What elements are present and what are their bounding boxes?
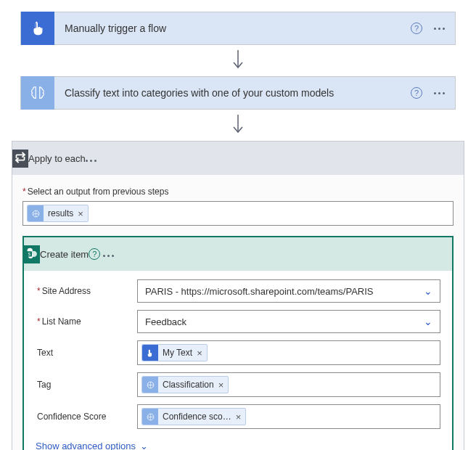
token-label: My Text: [163, 348, 192, 358]
ai-icon: [142, 377, 158, 393]
loop-icon: [12, 150, 28, 168]
tag-label: Tag: [36, 380, 137, 390]
more-menu-icon[interactable]: [434, 92, 445, 94]
confidence-label: Confidence Score: [36, 412, 137, 422]
chevron-down-icon: ⌄: [140, 441, 148, 450]
ai-icon: [142, 409, 158, 425]
ai-icon: [28, 205, 44, 221]
chevron-down-icon: ⌄: [424, 316, 432, 327]
site-address-label: Site Address: [36, 286, 137, 296]
classify-step-card[interactable]: Classify text into categories with one o…: [20, 76, 456, 110]
token-label: Classification: [163, 380, 214, 390]
remove-token-icon[interactable]: ×: [218, 380, 224, 390]
show-advanced-link[interactable]: Show advanced options ⌄: [36, 441, 148, 450]
sharepoint-icon: S: [24, 245, 40, 263]
more-menu-icon[interactable]: [434, 28, 445, 30]
token-label: results: [48, 208, 73, 218]
list-name-select[interactable]: Feedback ⌄: [137, 310, 440, 333]
apply-title: Apply to each: [28, 153, 86, 164]
list-name-value: Feedback: [145, 316, 186, 327]
chevron-down-icon: ⌄: [424, 285, 432, 297]
site-address-value: PARIS - https://microsoft.sharepoint.com…: [145, 286, 374, 297]
more-menu-icon[interactable]: [103, 255, 114, 257]
help-icon[interactable]: ?: [411, 87, 422, 99]
trigger-step-card[interactable]: Manually trigger a flow ?: [20, 12, 456, 45]
ai-brain-icon: [21, 76, 54, 110]
advanced-label: Show advanced options: [36, 441, 136, 450]
touch-icon: [21, 12, 54, 45]
help-icon[interactable]: ?: [89, 248, 100, 260]
create-item-card: S Create item ? Site Address PARIS - htt…: [22, 236, 454, 450]
mytext-token[interactable]: My Text ×: [141, 344, 208, 361]
list-name-label: List Name: [36, 316, 137, 327]
text-label: Text: [36, 348, 137, 358]
svg-text:S: S: [28, 251, 30, 255]
apply-header[interactable]: Apply to each: [12, 142, 464, 175]
touch-icon: [142, 345, 158, 361]
create-item-title: Create item: [40, 249, 89, 260]
site-address-select[interactable]: PARIS - https://microsoft.sharepoint.com…: [137, 279, 440, 303]
help-icon[interactable]: ?: [411, 22, 422, 34]
token-label: Confidence sco…: [163, 412, 231, 422]
output-label: Select an output from previous steps: [22, 187, 454, 197]
output-field[interactable]: results ×: [22, 201, 454, 226]
apply-to-each-panel: Apply to each Select an output from prev…: [12, 141, 464, 450]
trigger-step-title: Manually trigger a flow: [54, 22, 411, 34]
classification-token[interactable]: Classification ×: [141, 376, 229, 393]
arrow-down-icon: [12, 114, 464, 136]
more-menu-icon[interactable]: [86, 160, 97, 162]
confidence-field[interactable]: Confidence sco… ×: [137, 404, 440, 429]
create-item-header[interactable]: S Create item ?: [24, 237, 452, 271]
arrow-down-icon: [12, 49, 464, 72]
tag-field[interactable]: Classification ×: [137, 372, 440, 397]
text-field[interactable]: My Text ×: [137, 340, 440, 365]
classify-step-title: Classify text into categories with one o…: [54, 87, 411, 99]
results-token[interactable]: results ×: [27, 205, 89, 222]
remove-token-icon[interactable]: ×: [236, 412, 242, 422]
remove-token-icon[interactable]: ×: [78, 209, 83, 218]
remove-token-icon[interactable]: ×: [197, 348, 202, 358]
confidence-token[interactable]: Confidence sco… ×: [141, 408, 246, 425]
